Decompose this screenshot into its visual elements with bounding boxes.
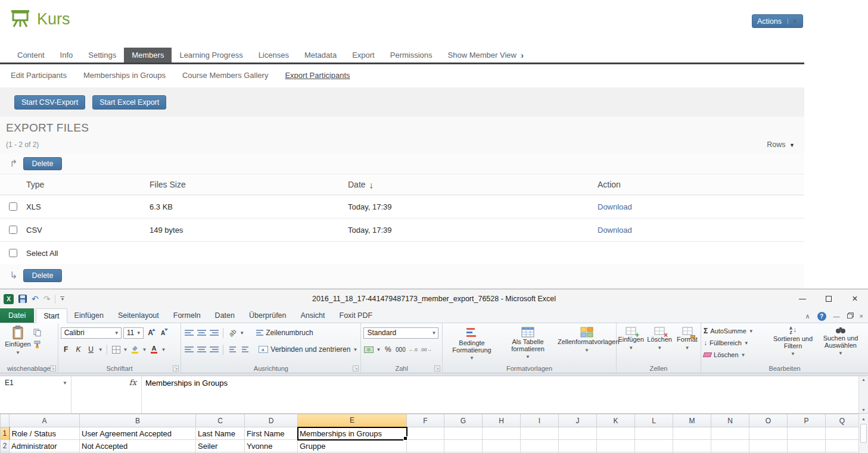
- number-format-combo[interactable]: Standard ▼: [363, 327, 438, 339]
- font-size-combo[interactable]: 11 ▼: [123, 327, 144, 339]
- clear-button[interactable]: Löschen ▼: [704, 349, 770, 361]
- paste-button[interactable]: Einfügen ▼: [2, 324, 33, 357]
- column-header[interactable]: F: [407, 414, 444, 427]
- subtab-course-members-gallery[interactable]: Course Members Gallery: [182, 71, 269, 80]
- cell[interactable]: [483, 440, 521, 452]
- ribbon-tab-ueberpruefen[interactable]: Überprüfen: [242, 308, 294, 323]
- align-top-icon[interactable]: [183, 327, 194, 339]
- cell-A2[interactable]: Administrator: [10, 440, 80, 452]
- cell[interactable]: [444, 427, 483, 440]
- ribbon-tab-seitenlayout[interactable]: Seitenlayout: [111, 308, 166, 323]
- comma-style-button[interactable]: 000: [395, 344, 406, 355]
- cell[interactable]: [826, 440, 859, 452]
- format-painter-icon[interactable]: [33, 340, 41, 348]
- cell[interactable]: [444, 440, 483, 452]
- cell-styles-button[interactable]: Zellenformatvorlagen ▼: [557, 326, 617, 363]
- increase-indent-icon[interactable]: [239, 344, 250, 355]
- cell[interactable]: [749, 440, 788, 452]
- redo-icon[interactable]: ↷: [43, 294, 51, 304]
- column-header[interactable]: D: [245, 414, 298, 427]
- undo-icon[interactable]: ↶: [32, 294, 39, 304]
- row-header[interactable]: 2: [1, 440, 10, 452]
- cell-D2[interactable]: Yvonne: [245, 440, 298, 452]
- workbook-restore-icon[interactable]: [847, 314, 853, 318]
- tab-members[interactable]: Members: [124, 48, 172, 63]
- maximize-button[interactable]: [816, 289, 842, 308]
- ribbon-tab-einfuegen[interactable]: Einfügen: [67, 308, 111, 323]
- percent-style-button[interactable]: %: [382, 344, 393, 355]
- decrease-indent-icon[interactable]: [227, 344, 238, 355]
- tab-permissions[interactable]: Permissions: [382, 48, 440, 63]
- cell[interactable]: [711, 440, 749, 452]
- align-bottom-icon[interactable]: [209, 327, 219, 339]
- column-header[interactable]: M: [673, 414, 711, 427]
- format-cells-button[interactable]: Format ▼: [675, 326, 699, 352]
- borders-icon[interactable]: [111, 344, 122, 355]
- align-middle-icon[interactable]: [196, 327, 207, 339]
- scroll-up-icon[interactable]: ▲: [859, 414, 868, 424]
- column-header[interactable]: K: [597, 414, 635, 427]
- cell[interactable]: [788, 427, 826, 440]
- cell[interactable]: [521, 440, 559, 452]
- underline-button[interactable]: U: [86, 344, 97, 355]
- column-header[interactable]: A: [10, 414, 80, 427]
- column-header[interactable]: N: [711, 414, 749, 427]
- ribbon-tab-formeln[interactable]: Formeln: [166, 308, 208, 323]
- select-all-checkbox[interactable]: [9, 249, 17, 257]
- align-left-icon[interactable]: [183, 344, 194, 355]
- sort-filter-button[interactable]: AZ ↓ Sortieren und Filtern ▼: [770, 325, 816, 361]
- ribbon-tab-start[interactable]: Start: [36, 308, 67, 323]
- orientation-icon[interactable]: ab: [227, 327, 238, 339]
- close-button[interactable]: ×: [842, 289, 868, 308]
- column-header[interactable]: G: [444, 414, 483, 427]
- bold-button[interactable]: F: [61, 344, 71, 355]
- cell-E1-active[interactable]: Memberships in Groups: [298, 427, 407, 440]
- cell[interactable]: [635, 427, 673, 440]
- wrap-text-button[interactable]: Zeilenumbruch: [256, 329, 313, 337]
- minimize-ribbon-icon[interactable]: ∧: [805, 313, 810, 320]
- ribbon-tab-datei[interactable]: Datei: [0, 308, 34, 323]
- font-family-combo[interactable]: Calibri ▼: [61, 327, 122, 339]
- download-link[interactable]: Download: [598, 226, 804, 235]
- tab-info[interactable]: Info: [52, 48, 81, 63]
- minimize-button[interactable]: —: [789, 289, 816, 308]
- currency-format-icon[interactable]: [363, 344, 374, 355]
- copy-icon[interactable]: [33, 329, 41, 336]
- column-header[interactable]: H: [483, 414, 521, 427]
- row-header-selected[interactable]: 1: [1, 427, 10, 440]
- cell[interactable]: [826, 427, 859, 440]
- insert-cells-button[interactable]: + Einfügen ▼: [618, 326, 644, 352]
- cell[interactable]: [597, 440, 635, 452]
- increase-decimal-icon[interactable]: ←.0: [407, 344, 418, 355]
- align-center-icon[interactable]: [196, 344, 207, 355]
- workbook-minimize-icon[interactable]: —: [833, 313, 840, 320]
- cell-C2[interactable]: Seiler: [196, 440, 245, 452]
- format-as-table-button[interactable]: Als Tabelle formatieren ▼: [500, 326, 556, 363]
- save-icon[interactable]: [18, 295, 27, 303]
- cell[interactable]: [673, 440, 711, 452]
- scrollbar-thumb[interactable]: [860, 424, 867, 443]
- scroll-down-icon[interactable]: ▼: [861, 408, 866, 412]
- formula-input[interactable]: Memberships in Groups: [142, 376, 858, 413]
- cell-D1[interactable]: First Name: [245, 427, 298, 440]
- select-all-corner[interactable]: [1, 414, 10, 427]
- excel-app-icon[interactable]: X: [4, 294, 14, 304]
- column-header[interactable]: B: [80, 414, 196, 427]
- column-header[interactable]: C: [196, 414, 245, 427]
- shrink-font-button[interactable]: A: [158, 327, 169, 339]
- delete-button-bottom[interactable]: Delete: [23, 269, 61, 282]
- cell[interactable]: [521, 427, 559, 440]
- scroll-up-icon[interactable]: ▲: [861, 377, 866, 382]
- cell[interactable]: [673, 427, 711, 440]
- grow-font-button[interactable]: A: [145, 327, 156, 339]
- row-checkbox[interactable]: [9, 202, 17, 211]
- insert-function-icon[interactable]: fx: [129, 378, 136, 387]
- cell[interactable]: [559, 427, 597, 440]
- delete-button-top[interactable]: Delete: [23, 157, 61, 170]
- cell[interactable]: [749, 427, 788, 440]
- align-right-icon[interactable]: [209, 344, 219, 355]
- name-box[interactable]: E1 ▼: [0, 376, 71, 413]
- start-csv-export-button[interactable]: Start CSV-Export: [14, 95, 85, 110]
- cell[interactable]: [597, 427, 635, 440]
- cell[interactable]: [711, 427, 749, 440]
